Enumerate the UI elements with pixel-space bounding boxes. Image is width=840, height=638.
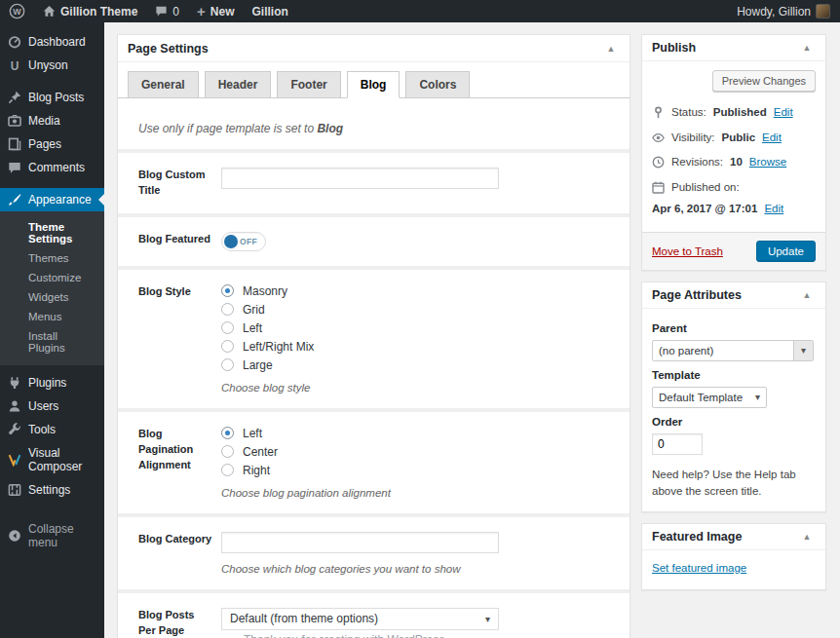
radio-label: Left <box>243 321 262 335</box>
tab-header[interactable]: Header <box>205 71 272 98</box>
collapse-panel-icon[interactable] <box>798 290 816 300</box>
sidebar-item-users[interactable]: Users <box>0 394 104 418</box>
status-pin-icon <box>652 106 665 119</box>
note-bold: Blog <box>317 122 343 135</box>
radio-option-pagination-center[interactable]: Center <box>221 445 609 459</box>
page-attributes-title: Page Attributes <box>652 288 742 302</box>
sidebar-item-blog-posts[interactable]: Blog Posts <box>0 86 104 109</box>
sidebar-item-plugins[interactable]: Plugins <box>0 371 104 394</box>
sidebar-item-unyson[interactable]: U Unyson <box>0 54 104 77</box>
sidebar-item-dashboard[interactable]: Dashboard <box>0 30 104 54</box>
collapse-panel-icon[interactable] <box>798 43 816 53</box>
published-on-row: Published on: Apr 6, 2017 @ 17:01 Edit <box>652 175 816 222</box>
page-settings-panel: Page Settings General Header Footer Blog… <box>117 34 630 638</box>
collapse-menu-label: Collapse menu <box>28 522 96 549</box>
field-help: Choose blog style <box>221 382 609 394</box>
published-edit-link[interactable]: Edit <box>764 202 783 217</box>
tab-footer[interactable]: Footer <box>277 71 340 98</box>
sidebar-item-label: Tools <box>28 423 56 436</box>
radio-icon <box>221 464 234 476</box>
collapse-menu-button[interactable]: Collapse menu <box>0 517 104 554</box>
update-button[interactable]: Update <box>756 241 816 262</box>
radio-option-large[interactable]: Large <box>221 358 609 372</box>
row-blog-style: Blog Style Masonry Grid Left <box>118 266 630 408</box>
new-menu[interactable]: + New <box>188 0 243 22</box>
chevron-down-icon <box>755 392 760 402</box>
radio-option-pagination-left[interactable]: Left <box>221 427 609 440</box>
status-edit-link[interactable]: Edit <box>774 105 793 121</box>
gillion-menu[interactable]: Gillion <box>243 0 296 22</box>
submenu-item-install-plugins[interactable]: Install Plugins <box>0 326 104 357</box>
sidebar-item-media[interactable]: Media <box>0 109 104 132</box>
tab-general[interactable]: General <box>128 71 199 98</box>
visibility-edit-link[interactable]: Edit <box>762 131 782 146</box>
site-name: Gillion Theme <box>60 5 137 19</box>
sidebar-item-label: Pages <box>28 137 61 151</box>
sidebar-item-settings[interactable]: Settings <box>0 478 104 502</box>
template-select[interactable]: Default Template <box>652 387 767 408</box>
sidebar-item-comments[interactable]: Comments <box>0 156 104 179</box>
sidebar-item-tools[interactable]: Tools <box>0 418 104 441</box>
collapse-panel-icon[interactable] <box>602 44 620 54</box>
content-area: Page Settings General Header Footer Blog… <box>104 22 840 638</box>
radio-icon <box>221 340 234 353</box>
parent-select[interactable]: (no parent) <box>652 340 814 361</box>
sidebar-item-label: Unyson <box>28 58 68 72</box>
radio-option-pagination-right[interactable]: Right <box>221 464 609 477</box>
pushpin-icon <box>8 91 21 104</box>
wordpress-logo-menu[interactable]: W <box>0 0 34 22</box>
submenu-item-theme-settings[interactable]: Theme Settings <box>0 217 104 248</box>
revisions-browse-link[interactable]: Browse <box>749 155 786 170</box>
sidebar-item-label: Settings <box>28 483 70 497</box>
gillion-label: Gillion <box>251 5 287 19</box>
user-icon <box>8 399 21 413</box>
submenu-item-themes[interactable]: Themes <box>0 248 104 268</box>
visual-composer-icon <box>8 453 21 467</box>
wrench-icon <box>8 423 21 436</box>
set-featured-image-link[interactable]: Set featured image <box>652 562 746 574</box>
tab-blog[interactable]: Blog <box>347 71 401 98</box>
blog-featured-toggle[interactable]: OFF <box>221 232 266 251</box>
radio-option-left[interactable]: Left <box>221 321 609 335</box>
sidebar-item-pages[interactable]: Pages <box>0 132 104 156</box>
blog-custom-title-input[interactable] <box>221 168 499 189</box>
radio-option-grid[interactable]: Grid <box>221 303 609 317</box>
radio-option-masonry[interactable]: Masonry <box>221 284 609 298</box>
revisions-value: 10 <box>730 155 743 170</box>
tab-colors[interactable]: Colors <box>405 71 470 98</box>
howdy-text: Howdy, Gillion <box>737 5 811 19</box>
submenu-item-widgets[interactable]: Widgets <box>0 287 104 307</box>
howdy-menu[interactable]: Howdy, Gillion <box>728 0 830 22</box>
radio-option-left-right-mix[interactable]: Left/Right Mix <box>221 340 609 354</box>
row-blog-posts-per-page: Blog Posts Per Page Default (from theme … <box>118 589 630 638</box>
select-value: Default Template <box>659 392 743 403</box>
visibility-value: Public <box>722 131 756 146</box>
settings-tabs: General Header Footer Blog Colors <box>118 62 630 98</box>
preview-changes-button[interactable]: Preview Changes <box>712 70 816 92</box>
published-value: Apr 6, 2017 @ 17:01 <box>652 202 757 217</box>
site-menu[interactable]: Gillion Theme <box>34 0 146 22</box>
dashboard-icon <box>8 35 21 49</box>
calendar-icon <box>652 181 665 194</box>
comments-menu[interactable]: 0 <box>146 0 188 22</box>
current-menu-arrow <box>93 194 104 206</box>
sidebar-item-appearance[interactable]: Appearance <box>0 188 104 211</box>
clock-icon <box>652 156 665 169</box>
page-attributes-box: Page Attributes Parent (no parent) Templ… <box>641 281 826 513</box>
radio-label: Large <box>243 358 273 372</box>
move-to-trash-link[interactable]: Move to Trash <box>652 245 723 257</box>
collapse-panel-icon[interactable] <box>798 532 816 542</box>
order-input[interactable] <box>652 433 703 455</box>
note-prefix: Use only if page template is set to <box>138 122 317 135</box>
submenu-item-menus[interactable]: Menus <box>0 307 104 326</box>
submenu-item-customize[interactable]: Customize <box>0 268 104 287</box>
field-help: Choose blog pagination alignment <box>221 487 609 499</box>
toggle-state-label: OFF <box>240 233 257 250</box>
sidebar-item-label: Comments <box>28 161 85 174</box>
blog-category-input[interactable] <box>221 532 499 553</box>
page-attributes-header: Page Attributes <box>642 282 825 309</box>
sidebar-item-label: Blog Posts <box>28 91 84 104</box>
sidebar-item-visual-composer[interactable]: Visual Composer <box>0 441 104 478</box>
home-icon <box>43 5 56 18</box>
blog-posts-per-page-select[interactable]: Default (from theme options) <box>221 608 499 630</box>
